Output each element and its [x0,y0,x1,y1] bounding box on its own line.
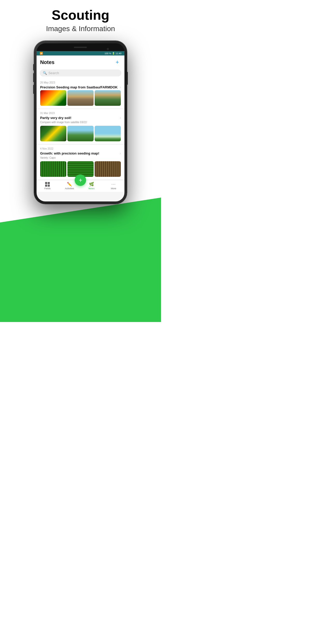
note-subtitle: Variety: Capo [40,156,121,159]
earpiece [74,47,87,48]
search-bar-wrap: 🔍 Search [37,68,125,79]
green-background [0,198,161,322]
note-date: 31 Mar 2023 [40,112,121,115]
thumbnail-satellite [40,126,66,141]
note-date: 26 May 2023 [40,81,121,84]
header-section: Scouting Images & Information [0,0,161,38]
chevron-right-icon: › [120,85,121,89]
notes-list: 26 May 2023 Precision Seeding map from S… [37,79,125,179]
search-icon: 🔍 [43,71,47,75]
phone-inner: 📶 100 % 🔋 11:40 Notes + [37,43,125,201]
add-note-button[interactable]: + [114,59,121,66]
status-bar: 📶 100 % 🔋 11:40 [37,51,125,55]
phone-outer: 📶 100 % 🔋 11:40 Notes + [34,41,127,204]
fab-plus-icon: + [79,177,82,184]
thumbnail-rows-green [40,161,66,177]
sub-title: Images & Information [5,25,156,33]
tab-more-label: More [111,187,116,190]
thumbnail-field-brown [67,90,94,106]
thumbnail-field-green [95,90,121,106]
thumbnail-heatmap [40,90,66,106]
search-bar[interactable]: 🔍 Search [40,69,122,76]
tab-fields-label: Fields [44,187,51,190]
note-title-row: Partly very dry soil! › [40,116,121,120]
more-icon: ··· [111,182,116,187]
main-title: Scouting [5,8,156,23]
activities-icon: ✏️ [67,182,72,187]
note-item[interactable]: 31 Mar 2023 Partly very dry soil! › Comp… [37,109,125,144]
tab-more[interactable]: ··· More [102,182,124,190]
status-right: 100 % 🔋 11:40 [104,52,121,55]
note-thumbnails [40,126,121,144]
fab-button[interactable]: + [75,174,86,186]
note-item[interactable]: 26 May 2023 Precision Seeding map from S… [37,79,125,108]
battery-percentage: 100 % [104,52,111,55]
volume-up-button [33,73,34,82]
notes-icon: 🌿 [89,182,94,187]
top-bar-area [37,43,125,51]
phone-screen: 📶 100 % 🔋 11:40 Notes + [37,51,125,201]
chevron-right-icon: › [120,116,121,120]
front-camera [107,48,109,50]
time-display: 11:40 [116,52,122,55]
tab-notes-label: Notes [88,187,95,190]
note-item[interactable]: 4 Nov 2022 Growth: with precision seedin… [37,145,125,179]
note-subtitle: Compare with image from satellite 03/21! [40,121,121,124]
battery-icon: 🔋 [112,52,115,55]
phone-container: 📶 100 % 🔋 11:40 Notes + [34,41,127,204]
fab-wrapper: + [75,174,86,186]
wifi-icon: 📶 [40,52,43,55]
thumbnail-rows-brown [95,161,121,177]
fields-icon [45,182,50,187]
app-header: Notes + [37,55,125,68]
search-placeholder: Search [48,71,59,75]
note-title: Precision Seeding map from Saatbau/FARMD… [40,85,120,89]
note-title: Growth: with precision seeding map! [40,151,120,155]
note-title-row: Growth: with precision seeding map! › [40,151,121,155]
chevron-right-icon: › [120,151,121,155]
note-title-row: Precision Seeding map from Saatbau/FARMD… [40,85,121,89]
app-title: Notes [40,59,55,65]
page-wrapper: Scouting Images & Information [0,0,161,322]
thumbnail-wheat [67,126,94,141]
tab-fields[interactable]: Fields [37,182,59,190]
note-date: 4 Nov 2022 [40,147,121,150]
tab-activities-label: Activities [65,187,74,190]
tab-bar: + Fields [37,180,125,192]
thumbnail-sky-field [95,126,121,141]
note-title: Partly very dry soil! [40,116,120,120]
phone-wrapper: 📶 100 % 🔋 11:40 Notes + [0,38,161,204]
volume-down-button [33,85,34,94]
mute-button [33,64,34,71]
note-thumbnails [40,90,121,108]
power-button [127,72,128,85]
